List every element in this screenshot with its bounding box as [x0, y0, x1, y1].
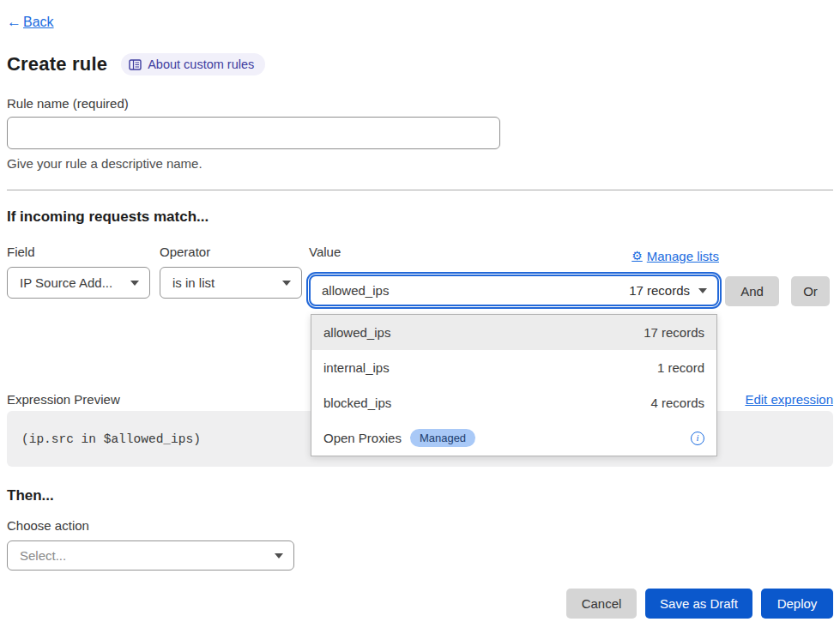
- page-title: Create rule: [7, 53, 107, 75]
- field-select[interactable]: IP Source Add...: [7, 267, 150, 299]
- about-badge-label: About custom rules: [148, 57, 254, 71]
- list-item-name: internal_ips: [323, 360, 390, 375]
- value-select-selected: allowed_ips: [322, 283, 389, 298]
- gear-icon: ⚙: [632, 249, 643, 263]
- value-select-records: 17 records: [629, 283, 690, 298]
- value-select[interactable]: allowed_ips 17 records: [309, 275, 719, 306]
- list-item-name: allowed_ips: [323, 325, 390, 340]
- rule-name-helper-text: Give your rule a descriptive name.: [7, 156, 840, 171]
- title-row: Create rule About custom rules: [7, 53, 840, 75]
- back-link[interactable]: ←Back: [7, 14, 54, 31]
- value-select-right: 17 records: [629, 283, 707, 298]
- or-button[interactable]: Or: [791, 276, 830, 306]
- expression-code: (ip.src in $allowed_ips): [21, 432, 201, 446]
- and-or-buttons: And Or: [725, 276, 830, 306]
- book-icon: [129, 59, 142, 70]
- list-item-blocked-ips[interactable]: blocked_ips 4 records: [311, 385, 716, 420]
- footer-actions: Cancel Save as Draft Deploy: [0, 589, 833, 619]
- value-column: Value ⚙ Manage lists allowed_ips 17 reco…: [309, 245, 719, 306]
- rule-name-label: Rule name (required): [7, 96, 840, 111]
- list-item-open-proxies[interactable]: Open Proxies Managed i: [311, 420, 716, 456]
- manage-lists-label: Manage lists: [647, 249, 719, 263]
- list-item-meta: 17 records: [644, 325, 704, 340]
- about-custom-rules-badge[interactable]: About custom rules: [121, 53, 265, 75]
- back-arrow-icon: ←: [7, 14, 21, 31]
- then-section-heading: Then...: [7, 487, 840, 504]
- back-link-label: Back: [23, 15, 54, 30]
- list-item-name: Open Proxies: [323, 431, 402, 445]
- field-label: Field: [7, 245, 150, 259]
- field-column: Field IP Source Add...: [7, 245, 150, 299]
- list-item-name: blocked_ips: [323, 395, 391, 410]
- and-button[interactable]: And: [725, 276, 779, 306]
- deploy-button[interactable]: Deploy: [761, 589, 833, 619]
- match-section-heading: If incoming requests match...: [7, 208, 840, 226]
- operator-select-value: is in list: [172, 275, 215, 290]
- operator-column: Operator is in list: [160, 245, 302, 299]
- expression-preview-label: Expression Preview: [7, 392, 120, 407]
- create-rule-page: ←Back Create rule About custom rules Rul…: [0, 0, 840, 634]
- action-select[interactable]: Select...: [7, 540, 294, 571]
- manage-lists-link[interactable]: ⚙ Manage lists: [632, 249, 719, 263]
- chevron-down-icon: [282, 281, 291, 286]
- list-item-left: Open Proxies Managed: [323, 429, 475, 447]
- list-item-internal-ips[interactable]: internal_ips 1 record: [311, 350, 716, 385]
- list-item-meta: 1 record: [657, 360, 704, 375]
- managed-badge: Managed: [410, 429, 475, 447]
- chevron-down-icon: [698, 288, 707, 293]
- info-icon[interactable]: i: [691, 432, 704, 445]
- match-controls-row: Field IP Source Add... Operator is in li…: [7, 245, 840, 306]
- section-divider: [7, 190, 833, 190]
- chevron-down-icon: [275, 553, 283, 559]
- rule-name-input[interactable]: [7, 117, 500, 149]
- field-select-value: IP Source Add...: [20, 275, 112, 290]
- action-select-placeholder: Select...: [20, 548, 66, 563]
- operator-select[interactable]: is in list: [160, 267, 302, 299]
- choose-action-label: Choose action: [7, 518, 840, 533]
- save-as-draft-button[interactable]: Save as Draft: [645, 589, 752, 619]
- list-item-meta: 4 records: [650, 395, 704, 410]
- edit-expression-link[interactable]: Edit expression: [745, 392, 833, 407]
- list-item-allowed-ips[interactable]: allowed_ips 17 records: [311, 315, 716, 350]
- operator-label: Operator: [160, 245, 302, 259]
- chevron-down-icon: [130, 281, 139, 286]
- list-dropdown-panel: allowed_ips 17 records internal_ips 1 re…: [311, 314, 717, 456]
- value-label: Value: [309, 245, 341, 259]
- value-label-row: Value ⚙ Manage lists: [309, 245, 719, 267]
- cancel-button[interactable]: Cancel: [566, 589, 637, 619]
